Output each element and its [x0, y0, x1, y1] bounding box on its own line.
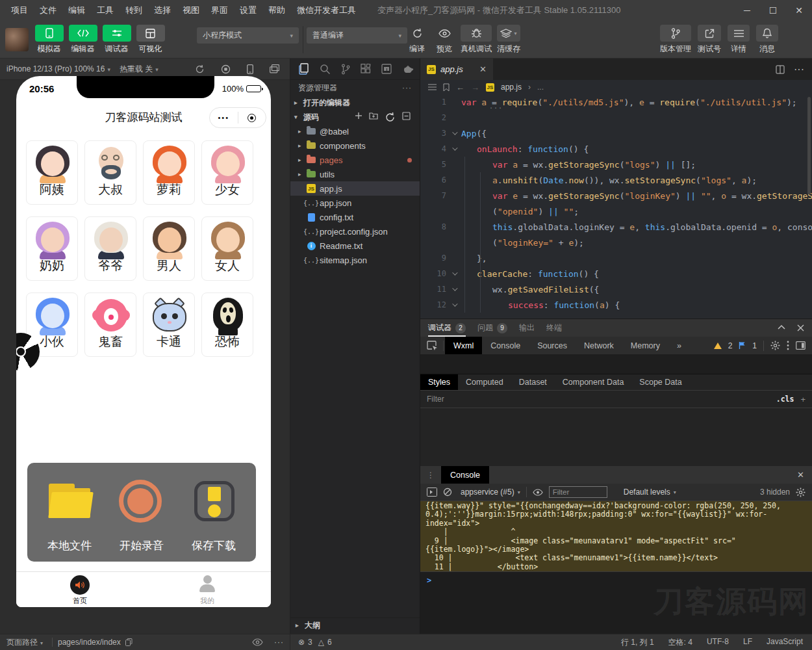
- tree-item-app.json[interactable]: {..}app.json: [290, 196, 420, 210]
- breadcrumb-more[interactable]: ...: [537, 83, 544, 92]
- compile-mode-dropdown[interactable]: 普通编译▾: [307, 27, 407, 44]
- devtools-more-icon[interactable]: [787, 341, 789, 350]
- tree-item-app.js[interactable]: JSapp.js: [290, 181, 420, 196]
- maximize-icon[interactable]: ☐: [760, 0, 786, 21]
- explorer-more-button[interactable]: ···: [402, 83, 412, 92]
- refresh-icon[interactable]: [385, 112, 396, 123]
- list-icon[interactable]: [428, 84, 437, 91]
- toolbar-编辑器-button[interactable]: 编辑器: [68, 25, 98, 55]
- menu-item-9[interactable]: 帮助: [262, 0, 291, 21]
- editor-scrollbar[interactable]: [807, 97, 811, 194]
- close-icon[interactable]: [797, 324, 804, 332]
- console-filter-input[interactable]: [549, 486, 607, 498]
- voice-card-卡通[interactable]: 卡通: [143, 292, 195, 357]
- devtools-tab-Sources[interactable]: Sources: [529, 337, 576, 354]
- toolbar-编译-button[interactable]: 编译: [406, 25, 428, 55]
- record-icon[interactable]: [221, 64, 231, 74]
- hidden-messages-count[interactable]: 3 hidden: [760, 488, 790, 497]
- code-line-7[interactable]: 7var e = wx.getStorageSync("loginKey") |…: [420, 188, 812, 203]
- npm-icon[interactable]: [381, 64, 392, 74]
- tabbar-首页[interactable]: 首页: [16, 572, 144, 607]
- menu-item-2[interactable]: 编辑: [62, 0, 91, 21]
- forward-icon[interactable]: →: [471, 83, 479, 92]
- close-tab-icon[interactable]: ✕: [479, 64, 487, 74]
- dock-side-icon[interactable]: [796, 341, 806, 350]
- tree-item-utils[interactable]: ▸utils: [290, 167, 420, 181]
- styles-tab-Scope-Data[interactable]: Scope Data: [631, 374, 689, 390]
- execution-context-dropdown[interactable]: appservice (#5)▾: [461, 488, 520, 497]
- toolbar-测试号-button[interactable]: 测试号: [698, 25, 721, 55]
- devtools-tab-overflow[interactable]: »: [668, 337, 690, 354]
- fold-chevron-icon[interactable]: [452, 145, 457, 150]
- code-line-3[interactable]: 3App({: [420, 125, 812, 141]
- voice-card-男人[interactable]: 男人: [143, 216, 195, 281]
- toolbar-预览-button[interactable]: 预览: [433, 25, 455, 55]
- visibility-eye-icon[interactable]: [252, 638, 263, 646]
- devtools-tab-Network[interactable]: Network: [576, 337, 622, 354]
- fold-chevron-icon[interactable]: [452, 285, 457, 291]
- console-sidebar-icon[interactable]: [427, 488, 437, 497]
- voice-card-鬼畜[interactable]: 鬼畜: [84, 292, 136, 357]
- code-line-12[interactable]: 12success: function(a) {: [420, 297, 812, 313]
- more-actions-icon[interactable]: ···: [794, 64, 804, 75]
- fold-chevron-icon[interactable]: [452, 301, 457, 306]
- source-section[interactable]: ▾源码: [290, 110, 420, 124]
- exit-button[interactable]: [238, 114, 266, 122]
- tree-item-pages[interactable]: ▸pages: [290, 153, 420, 167]
- code-line-6[interactable]: 6a.unshift(Date.now()), wx.setStorageSyn…: [420, 172, 812, 188]
- menu-item-7[interactable]: 界面: [205, 0, 234, 21]
- code-line-wrap[interactable]: ("openid") || "";: [420, 203, 812, 219]
- code-line-11[interactable]: 11wx.getSavedFileList({: [420, 281, 812, 297]
- console-settings-gear-icon[interactable]: [796, 488, 806, 497]
- toolbar-可视化-button[interactable]: 可视化: [135, 25, 166, 55]
- statusbar-segment-3[interactable]: LF: [743, 637, 752, 648]
- back-icon[interactable]: ←: [456, 83, 464, 92]
- restart-icon[interactable]: [195, 64, 205, 74]
- tree-item-sitemap.json[interactable]: {..}sitemap.json: [290, 253, 420, 267]
- outline-section[interactable]: ▸大纲: [290, 618, 420, 632]
- toolbar-清缓存-button[interactable]: ▾清缓存: [497, 25, 520, 55]
- bookmark-icon[interactable]: [443, 83, 450, 92]
- menu-item-5[interactable]: 选择: [148, 0, 177, 21]
- drawer-handle-icon[interactable]: ⋮: [420, 471, 441, 480]
- menu-item-3[interactable]: 工具: [91, 0, 120, 21]
- devtools-settings-gear-icon[interactable]: [770, 341, 780, 350]
- code-line-5[interactable]: 5var a = wx.getStorageSync("logs") || []…: [420, 157, 812, 172]
- code-line-8[interactable]: 8this.globalData.loginKey = e, this.glob…: [420, 219, 812, 235]
- menu-item-6[interactable]: 视图: [177, 0, 205, 21]
- menu-item-0[interactable]: 项目: [5, 0, 34, 21]
- code-line-10[interactable]: 10claerCache: function() {: [420, 266, 812, 281]
- fold-chevron-icon[interactable]: [452, 270, 457, 275]
- split-editor-icon[interactable]: [776, 65, 785, 74]
- 开始录音-button[interactable]: 开始录音: [106, 463, 177, 562]
- panel-tab-终端[interactable]: 终端: [546, 319, 562, 337]
- toolbar-真机调试-button[interactable]: 真机调试: [461, 25, 492, 55]
- devtools-tab-Wxml[interactable]: Wxml: [445, 337, 482, 354]
- statusbar-segment-1[interactable]: 空格: 4: [668, 637, 692, 648]
- more-menu-button[interactable]: •••: [210, 114, 238, 122]
- panel-tab-输出[interactable]: 输出: [519, 319, 535, 337]
- voice-card-阿姨[interactable]: 阿姨: [26, 140, 78, 205]
- editor-tab-appjs[interactable]: JS app.js ✕: [420, 58, 493, 80]
- teapot-icon[interactable]: [402, 64, 414, 73]
- new-file-icon[interactable]: [355, 112, 362, 123]
- source-control-icon[interactable]: [341, 64, 350, 75]
- voice-card-大叔[interactable]: 大叔: [84, 140, 136, 205]
- styles-tab-Component-Data[interactable]: Component Data: [555, 374, 632, 390]
- clear-console-icon[interactable]: [443, 488, 452, 497]
- page-path-dropdown[interactable]: 页面路径▾: [6, 637, 47, 648]
- menu-item-10[interactable]: 微信开发者工具: [291, 0, 362, 21]
- mode-dropdown[interactable]: 小程序模式▾: [197, 27, 299, 44]
- extensions-icon[interactable]: [361, 64, 371, 74]
- cls-toggle-button[interactable]: .cls: [776, 395, 794, 404]
- new-folder-icon[interactable]: [369, 112, 378, 123]
- 本地文件-button[interactable]: 本地文件: [34, 463, 105, 562]
- devtools-tab-Memory[interactable]: Memory: [622, 337, 668, 354]
- styles-tab-Styles[interactable]: Styles: [420, 374, 458, 390]
- tree-item-Readme.txt[interactable]: iReadme.txt: [290, 239, 420, 253]
- user-avatar[interactable]: [5, 28, 29, 51]
- breadcrumb-file[interactable]: app.js: [501, 83, 522, 92]
- hot-reload-toggle[interactable]: 热重载 关▾: [120, 64, 159, 75]
- panel-tab-调试器[interactable]: 调试器2: [428, 319, 466, 337]
- voice-card-少女[interactable]: 少女: [201, 140, 253, 205]
